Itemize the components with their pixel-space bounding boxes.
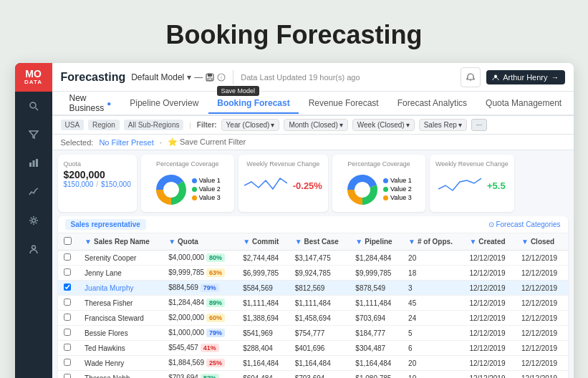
line-chart-1 xyxy=(244,175,287,196)
col-best-case[interactable]: ▼Best Case xyxy=(289,233,350,251)
quota-widget: Quota $200,000 $150,000 / $150,000 xyxy=(58,155,137,212)
cell-commit: $6,999,785 xyxy=(237,266,289,281)
user-badge[interactable]: Arthur Henry → xyxy=(486,70,564,84)
col-commit[interactable]: ▼Commit xyxy=(237,233,289,251)
cell-closed: 12/12/2019 xyxy=(516,296,568,311)
tab-quota-management[interactable]: Quota Management xyxy=(477,94,570,114)
header-model: Default Model ▾ — i xyxy=(131,72,226,82)
weekly-change1-widget: Weekly Revenue Change -0.25% xyxy=(238,155,328,212)
tab-forecast-analytics[interactable]: Forecast Analytics xyxy=(389,94,476,114)
logout-icon[interactable]: → xyxy=(551,73,559,82)
table-body: Serenity Cooper $4,000,000 80% $2,744,48… xyxy=(58,251,568,379)
col-sales-rep[interactable]: ▼Sales Rep Name xyxy=(79,233,163,251)
table-row: Theresa Nebb $703,694 82% $604,484 $703,… xyxy=(58,371,568,379)
cell-opps: 45 xyxy=(403,296,463,311)
donut2-legend: Value 1 Value 2 Value 3 xyxy=(383,177,412,203)
table-row: Bessie Flores $1,000,000 79% $541,969 $7… xyxy=(58,326,568,341)
cell-commit: $541,969 xyxy=(237,326,289,341)
col-opps[interactable]: ▼# of Opps. xyxy=(403,233,463,251)
notification-button[interactable] xyxy=(461,67,481,87)
cell-opps: 6 xyxy=(403,341,463,356)
widgets-row: Quota $200,000 $150,000 / $150,000 Perce… xyxy=(52,150,574,216)
save-current-filter[interactable]: ⭐ Save Current Filter xyxy=(168,137,246,147)
table-header-row: Sales representative ⊙ Forecast Categori… xyxy=(58,216,568,233)
cell-commit: $288,404 xyxy=(237,341,289,356)
header: Forecasting Default Model ▾ — i Data Las… xyxy=(52,63,574,92)
cell-quota: $9,999,785 63% xyxy=(163,266,237,281)
region-label: Region xyxy=(88,120,120,130)
cell-best-case: $754,777 xyxy=(289,326,350,341)
forecast-categories-link[interactable]: ⊙ Forecast Categories xyxy=(488,220,561,228)
funnel-icon[interactable] xyxy=(19,122,48,147)
tab-revenue-forecast[interactable]: Revenue Forecast xyxy=(300,94,387,114)
cell-created: 12/12/2019 xyxy=(463,371,516,379)
col-closed[interactable]: ▼Closed xyxy=(516,233,568,251)
cell-created: 12/12/2019 xyxy=(463,356,516,371)
svg-point-13 xyxy=(494,74,497,77)
cell-name: Serenity Cooper xyxy=(79,251,163,266)
cell-pipeline: $1,284,484 xyxy=(350,251,403,266)
tab-booking-forecast[interactable]: Booking Forecast xyxy=(208,94,298,114)
svg-point-23 xyxy=(355,183,370,197)
cell-name: Bessie Flores xyxy=(79,326,163,341)
cell-created: 12/12/2019 xyxy=(463,251,516,266)
cell-name: Wade Henry xyxy=(79,356,163,371)
col-pipeline[interactable]: ▼Pipeline xyxy=(350,233,403,251)
cell-closed: 12/12/2019 xyxy=(516,326,568,341)
col-quota[interactable]: ▼Quota xyxy=(163,233,237,251)
filter-label: Filter: xyxy=(197,121,217,129)
line-chart-icon[interactable] xyxy=(19,179,48,205)
header-divider xyxy=(233,70,233,84)
sales-rep-tag: Sales representative xyxy=(65,219,146,230)
svg-rect-4 xyxy=(36,159,38,167)
cell-name: Juanita Murphy xyxy=(79,281,163,296)
table-row: Ted Hawkins $545,457 41% $288,404 $401,6… xyxy=(58,341,568,356)
line-chart-2 xyxy=(438,175,481,196)
user-avatar-icon xyxy=(492,74,499,81)
table-row: Juanita Murphy $884,569 79% $584,569 $81… xyxy=(58,281,568,296)
cell-opps: 18 xyxy=(403,266,463,281)
donut-chart-2 xyxy=(346,173,379,206)
sales-rep-filter[interactable]: Sales Rep ▾ xyxy=(419,119,467,131)
more-filters[interactable]: ··· xyxy=(471,119,487,131)
month-filter[interactable]: Month (Closed) ▾ xyxy=(284,119,347,131)
sidebar: MO DATA xyxy=(15,63,52,378)
svg-rect-9 xyxy=(208,74,212,77)
no-filter-preset[interactable]: No Filter Preset xyxy=(99,138,153,147)
header-actions: Arthur Henry → xyxy=(461,67,564,87)
cell-closed: 12/12/2019 xyxy=(516,281,568,296)
bar-chart-icon[interactable] xyxy=(19,150,48,176)
cell-opps: 5 xyxy=(403,326,463,341)
cell-commit: $604,484 xyxy=(237,371,289,379)
cell-quota: $545,457 41% xyxy=(163,341,237,356)
quota-sub2: $150,000 xyxy=(101,180,131,188)
svg-point-6 xyxy=(32,246,35,249)
year-filter[interactable]: Year (Closed) ▾ xyxy=(221,119,280,131)
header-title: Forecasting xyxy=(61,71,126,84)
table-row: Serenity Cooper $4,000,000 80% $2,744,48… xyxy=(58,251,568,266)
person-icon[interactable] xyxy=(19,236,48,262)
change-value-2: +5.5 xyxy=(487,180,506,191)
region-all[interactable]: All Sub-Regions xyxy=(124,120,184,130)
main-content: Forecasting Default Model ▾ — i Data Las… xyxy=(52,63,574,378)
cell-commit: $2,744,484 xyxy=(237,251,289,266)
cell-best-case: $703,694 xyxy=(289,371,350,379)
quota-label: Quota xyxy=(64,160,131,168)
tab-new-business[interactable]: New Business ● xyxy=(61,89,120,117)
select-all-checkbox[interactable] xyxy=(64,237,72,245)
svg-rect-10 xyxy=(208,78,212,80)
cell-pipeline: $184,777 xyxy=(350,326,403,341)
svg-point-5 xyxy=(32,219,35,223)
region-usa[interactable]: USA xyxy=(61,120,85,130)
search-icon[interactable] xyxy=(19,93,48,119)
col-created[interactable]: ▼Created xyxy=(463,233,516,251)
cell-best-case: $9,924,785 xyxy=(289,266,350,281)
cell-commit: $1,164,484 xyxy=(237,356,289,371)
tab-pipeline-overview[interactable]: Pipeline Overview xyxy=(121,94,207,114)
cell-pipeline: $1,164,484 xyxy=(350,356,403,371)
cell-best-case: $3,147,475 xyxy=(289,251,350,266)
settings-icon[interactable] xyxy=(19,208,48,233)
week-filter[interactable]: Week (Closed) ▾ xyxy=(352,119,415,131)
save-icon[interactable] xyxy=(206,73,214,82)
nav-tabs: New Business ● Pipeline Overview Booking… xyxy=(52,92,574,116)
